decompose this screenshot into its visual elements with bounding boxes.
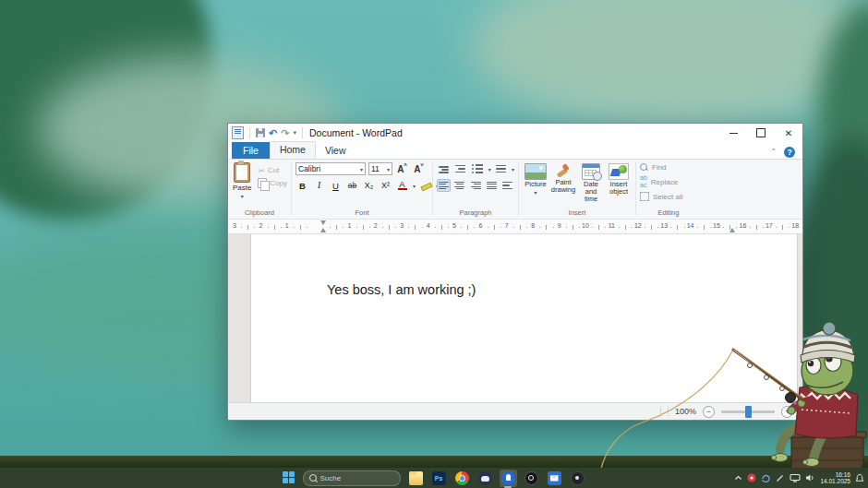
- ruler-tick: [363, 225, 364, 230]
- zoom-slider-thumb[interactable]: [745, 406, 752, 418]
- redo-icon[interactable]: ↷: [281, 128, 289, 137]
- document-page[interactable]: Yes boss, I am working ;): [250, 234, 798, 402]
- insert-object-button[interactable]: Insert object: [606, 163, 632, 208]
- background-grass-strip: [0, 456, 868, 468]
- undo-icon[interactable]: ↶: [269, 128, 277, 137]
- taskbar: Suche Ps 16:16 14.01.2025: [0, 468, 868, 488]
- subscript-button[interactable]: X₂: [362, 179, 376, 192]
- picture-button[interactable]: Picture ▾: [523, 163, 549, 208]
- close-button[interactable]: ✕: [775, 124, 802, 142]
- ruler-tick: [294, 227, 295, 228]
- zoom-out-button[interactable]: −: [703, 406, 715, 418]
- highlight-button[interactable]: [418, 179, 432, 192]
- zoom-in-button[interactable]: +: [781, 406, 793, 418]
- font-size-combo[interactable]: 11 ▾: [368, 162, 392, 175]
- tray-network-icon[interactable]: [790, 473, 801, 482]
- collapse-ribbon-icon[interactable]: ⌃: [770, 148, 777, 156]
- background-tree-left: [0, 0, 212, 221]
- taskbar-file-explorer[interactable]: [407, 470, 425, 487]
- paste-dropdown-icon[interactable]: ▾: [241, 193, 244, 199]
- titlebar[interactable]: ↶ ↷ ▾ Document - WordPad ✕: [228, 124, 802, 142]
- select-all-button[interactable]: Select all: [640, 192, 682, 201]
- zoom-slider[interactable]: [721, 411, 775, 413]
- ruler-tick: [268, 227, 269, 228]
- ruler-tick: [632, 227, 633, 228]
- line-spacing-button[interactable]: [494, 162, 508, 175]
- tray-record-icon[interactable]: [747, 473, 756, 482]
- align-center-button[interactable]: [453, 179, 466, 192]
- paste-button[interactable]: Paste ▾: [232, 162, 252, 208]
- separator: [660, 406, 661, 417]
- tray-chevron-icon[interactable]: [734, 474, 742, 482]
- chevron-down-icon[interactable]: ▾: [534, 189, 536, 196]
- start-button[interactable]: [283, 471, 296, 485]
- picture-icon: [524, 163, 547, 180]
- superscript-button[interactable]: X²: [379, 179, 392, 192]
- wordpad-app-icon[interactable]: [232, 126, 244, 139]
- maximize-button[interactable]: [747, 124, 775, 142]
- group-paragraph: ▾ ▾ Paragraph: [433, 160, 518, 219]
- qat-dropdown-icon[interactable]: ▾: [293, 129, 296, 137]
- tray-sync-icon[interactable]: [761, 473, 771, 482]
- ribbon: Paste ▾ ✂ Cut Copy Clipboard: [228, 160, 802, 220]
- copy-button[interactable]: Copy: [258, 178, 287, 188]
- ruler-tick: [281, 227, 282, 228]
- minimize-button[interactable]: [719, 124, 747, 142]
- ruler-tick: [756, 225, 757, 230]
- chevron-down-icon[interactable]: ▾: [413, 183, 416, 189]
- tray-bell-icon[interactable]: [855, 473, 864, 483]
- paint-drawing-button[interactable]: Paint drawing: [550, 163, 576, 208]
- bold-button[interactable]: B: [295, 179, 309, 192]
- justify-button[interactable]: [485, 179, 498, 192]
- font-color-button[interactable]: A: [395, 179, 409, 192]
- taskbar-chrome[interactable]: [453, 470, 471, 487]
- indent-marker[interactable]: [320, 220, 327, 232]
- ruler[interactable]: 321123456789101112131415161718: [228, 220, 802, 234]
- ruler-tick: [684, 227, 685, 228]
- align-right-button[interactable]: [469, 179, 482, 192]
- taskbar-obs[interactable]: [523, 470, 540, 487]
- increase-indent-button[interactable]: [453, 162, 467, 175]
- taskbar-mail[interactable]: [546, 470, 563, 487]
- app-dark-icon: [571, 471, 585, 485]
- save-icon[interactable]: [256, 128, 265, 137]
- ruler-tick: [776, 227, 777, 228]
- paragraph-dialog-button[interactable]: [501, 179, 514, 192]
- tab-file[interactable]: File: [232, 142, 270, 159]
- ruler-number: 5: [452, 222, 456, 229]
- tab-view[interactable]: View: [316, 143, 356, 159]
- find-button[interactable]: Find: [640, 163, 682, 172]
- shrink-font-button[interactable]: A˅: [412, 162, 426, 175]
- chevron-down-icon[interactable]: ▾: [385, 166, 390, 173]
- grow-font-button[interactable]: A˄: [395, 162, 409, 175]
- decrease-indent-button[interactable]: [437, 162, 451, 175]
- italic-button[interactable]: I: [312, 179, 326, 192]
- tab-home[interactable]: Home: [270, 141, 316, 159]
- align-left-button[interactable]: [437, 179, 451, 192]
- font-family-combo[interactable]: Calibri ▾: [295, 162, 366, 175]
- ruler-number: 7: [505, 222, 509, 229]
- taskbar-clock[interactable]: 16:16 14.01.2025: [820, 471, 850, 484]
- group-clipboard: Paste ▾ ✂ Cut Copy Clipboard: [228, 160, 291, 219]
- chevron-down-icon[interactable]: ▾: [488, 166, 491, 173]
- underline-button[interactable]: U: [329, 179, 343, 192]
- chevron-down-icon[interactable]: ▾: [358, 166, 363, 173]
- document-text[interactable]: Yes boss, I am working ;): [327, 282, 476, 297]
- search-box[interactable]: Suche: [303, 470, 401, 486]
- ruler-number: 3: [400, 222, 404, 229]
- cut-button[interactable]: ✂ Cut: [258, 166, 287, 174]
- ruler-number: 16: [739, 222, 746, 229]
- replace-button[interactable]: abac Replace: [640, 174, 682, 189]
- taskbar-app-dark[interactable]: [569, 470, 586, 487]
- taskbar-discord[interactable]: [476, 470, 494, 487]
- copy-icon: [258, 178, 267, 188]
- tray-volume-icon[interactable]: [805, 473, 815, 482]
- list-button[interactable]: [470, 162, 484, 175]
- tray-pen-icon[interactable]: [776, 473, 785, 482]
- date-time-button[interactable]: Date and time: [578, 163, 604, 208]
- taskbar-app-lightbulb[interactable]: [500, 470, 517, 487]
- taskbar-photoshop[interactable]: Ps: [430, 470, 448, 487]
- help-icon[interactable]: ?: [784, 147, 795, 158]
- chevron-down-icon[interactable]: ▾: [512, 166, 514, 173]
- strikethrough-button[interactable]: ab: [345, 179, 359, 192]
